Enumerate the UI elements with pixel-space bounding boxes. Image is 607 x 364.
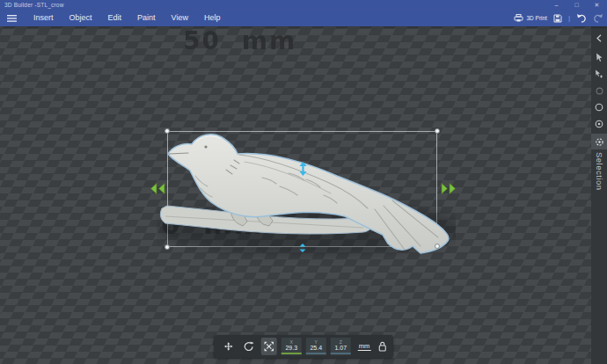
close-button[interactable]: ✕ [587,0,607,10]
3d-builder-window: 3D Builder -STL_crow – □ ✕ Insert Object… [0,0,607,364]
bottom-edge-handle[interactable] [299,244,306,252]
transform-toolbar: X 29.3 Y 25.4 Z 1.07 mm [215,335,393,358]
scale-tool-button[interactable] [261,338,277,355]
window-title: 3D Builder -STL_crow [0,2,64,8]
selection-mode-icon[interactable] [591,134,607,149]
corner-handle-top-left[interactable] [165,128,170,134]
undo-icon[interactable] [576,13,587,23]
x-dimension-field[interactable]: X 29.3 [282,338,302,355]
window-controls: – □ ✕ [546,0,607,10]
cursor-add-icon[interactable] [591,66,607,82]
menu-separator: | [568,14,570,22]
stretch-handle-left[interactable] [150,183,165,194]
print-button[interactable]: 3D Print [514,14,546,22]
redo-icon[interactable] [593,13,603,23]
minimize-button[interactable]: – [546,0,567,10]
lock-icon[interactable] [377,341,386,352]
y-field-underline [306,353,326,354]
unit-toggle[interactable]: mm [358,342,371,351]
x-dimension-value: 29.3 [285,345,297,352]
menu-item-object[interactable]: Object [62,10,100,26]
save-icon[interactable] [553,14,562,23]
menu-item-help[interactable]: Help [196,10,229,26]
print-button-label: 3D Print [526,15,546,21]
menu-bar-right: 3D Print | [514,10,603,26]
hamburger-icon[interactable] [7,15,17,22]
title-bar: 3D Builder -STL_crow – □ ✕ [0,0,607,10]
sphere-outline-icon[interactable] [591,99,607,115]
rotate-tool-button[interactable] [241,338,257,355]
maximize-button[interactable]: □ [567,0,587,10]
corner-handle-top-right[interactable] [435,128,440,134]
z-dimension-value: 1.07 [334,345,347,352]
menu-item-view[interactable]: View [164,10,196,26]
x-field-underline [282,353,302,354]
menu-item-paint[interactable]: Paint [129,10,164,26]
3d-print-icon [514,14,523,22]
z-dimension-field[interactable]: Z 1.07 [331,338,351,355]
scale-tool-icon [264,341,274,352]
stretch-handle-right[interactable] [441,183,456,194]
rotate-tool-icon [244,341,254,352]
menu-item-insert[interactable]: Insert [26,10,62,26]
corner-handle-bottom-left[interactable] [165,244,170,250]
move-tool-icon [223,341,234,352]
hamburger-glyph [7,15,17,22]
selection-tab[interactable]: Selection [595,152,604,191]
sphere-dot-icon[interactable] [591,116,607,132]
menu-item-edit[interactable]: Edit [100,10,130,26]
z-field-underline [331,353,351,354]
lift-handle[interactable] [299,162,307,176]
raven-eye [204,145,207,148]
cursor-select-icon[interactable] [591,49,607,65]
raven-model[interactable] [157,125,456,266]
collapse-chevron-icon[interactable] [591,30,607,46]
viewport[interactable]: 50 mm 0 mm [0,26,591,364]
y-dimension-value: 25.4 [310,345,322,352]
y-dimension-field[interactable]: Y 25.4 [306,338,326,355]
right-sidebar: Selection [591,26,607,364]
plate-scale-label-top: 50 mm [183,29,296,54]
sphere-dim-icon[interactable] [591,83,607,98]
move-tool-button[interactable] [221,338,237,355]
corner-handle-bottom-right[interactable] [435,244,440,249]
menu-bar: Insert Object Edit Paint View Help 3D Pr… [0,10,607,26]
